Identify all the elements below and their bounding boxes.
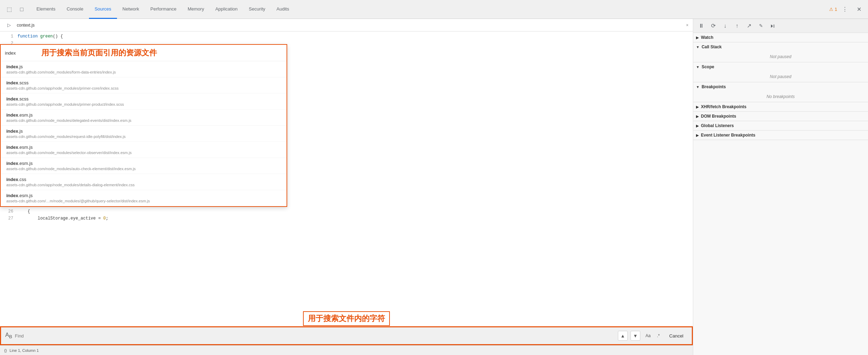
breakpoints-header[interactable]: ▼ Breakpoints xyxy=(693,82,868,91)
search-overlay: 用于搜索当前页面引用的资源文件 index.js assets-cdn.gith… xyxy=(0,44,287,207)
search-result-8[interactable]: index.esm.js assets-cdn.github.com/…m/no… xyxy=(1,190,287,206)
xhr-section: ▶ XHR/fetch Breakpoints xyxy=(693,102,868,112)
devtools-container: ⬚ □ Elements Console Sources Network Per… xyxy=(0,0,868,355)
more-options-btn[interactable]: ⋮ xyxy=(839,3,851,16)
dom-label: DOM Breakpoints xyxy=(701,114,736,119)
result-path-5: assets-cdn.github.com/node_modules/selec… xyxy=(6,151,281,155)
close-btn[interactable]: ✕ xyxy=(853,3,865,16)
file-tab-close-btn[interactable]: × xyxy=(684,22,690,28)
tab-console[interactable]: Console xyxy=(61,0,89,19)
global-listeners-section: ▶ Global Listeners xyxy=(693,121,868,131)
pause-btn[interactable]: ⏸ xyxy=(696,21,707,31)
callstack-header[interactable]: ▼ Call Stack xyxy=(693,42,868,51)
tab-sources[interactable]: Sources xyxy=(89,0,117,19)
scope-header[interactable]: ▼ Scope xyxy=(693,62,868,71)
result-path-4: assets-cdn.github.com/node_modules/reque… xyxy=(6,134,281,139)
tab-network[interactable]: Network xyxy=(117,0,145,19)
result-filename-2: index.scss xyxy=(6,96,281,102)
warning-icon: ⚠ xyxy=(829,7,833,12)
result-path-3: assets-cdn.github.com/node_modules/deleg… xyxy=(6,118,281,123)
find-next-btn[interactable]: ▼ xyxy=(631,331,640,341)
debug-toolbar: ⏸ ⟳ ↓ ↑ ↗ ✎ ⏯ xyxy=(693,19,868,33)
dom-header[interactable]: ▶ DOM Breakpoints xyxy=(693,112,868,121)
dom-arrow-icon: ▶ xyxy=(696,114,699,118)
step-into-btn[interactable]: ↓ xyxy=(720,21,730,31)
search-annotation: 用于搜索当前页面引用的资源文件 xyxy=(41,48,157,58)
tab-memory[interactable]: Memory xyxy=(182,0,210,19)
warning-badge: ⚠ 1 xyxy=(829,7,837,12)
status-bar: {} Line 1, Column 1 xyxy=(0,345,693,355)
xhr-arrow-icon: ▶ xyxy=(696,105,699,109)
find-input[interactable] xyxy=(15,333,615,339)
tab-security[interactable]: Security xyxy=(243,0,271,19)
breakpoints-content: No breakpoints xyxy=(693,91,868,102)
result-filename-3: index.esm.js xyxy=(6,112,281,118)
status-text: Line 1, Column 1 xyxy=(9,348,39,353)
tab-performance[interactable]: Performance xyxy=(145,0,182,19)
file-tab-name[interactable]: context.js xyxy=(17,23,683,28)
event-listener-header[interactable]: ▶ Event Listener Breakpoints xyxy=(693,131,868,140)
search-result-0[interactable]: index.js assets-cdn.github.com/node_modu… xyxy=(1,61,287,77)
find-cancel-btn[interactable]: Cancel xyxy=(665,332,688,340)
callstack-section: ▼ Call Stack Not paused xyxy=(693,42,868,62)
search-result-4[interactable]: index.js assets-cdn.github.com/node_modu… xyxy=(1,126,287,142)
find-options: Aa .* xyxy=(643,332,662,339)
top-toolbar: ⬚ □ Elements Console Sources Network Per… xyxy=(0,0,868,19)
search-result-7[interactable]: index.css assets-cdn.github.com/app/node… xyxy=(1,174,287,190)
search-result-5[interactable]: index.esm.js assets-cdn.github.com/node_… xyxy=(1,142,287,158)
result-filename-6: index.esm.js xyxy=(6,161,281,166)
editor-area: ▷ context.js × 1 function green() { 2 xyxy=(0,19,693,355)
scope-content: Not paused xyxy=(693,71,868,82)
search-result-3[interactable]: index.esm.js assets-cdn.github.com/node_… xyxy=(1,110,287,126)
back-icon-btn[interactable]: ⬚ xyxy=(3,3,15,16)
result-path-0: assets-cdn.github.com/node_modules/form-… xyxy=(6,70,281,74)
step-btn[interactable]: ↗ xyxy=(744,21,754,31)
breakpoints-arrow-icon: ▼ xyxy=(696,85,700,89)
xhr-header[interactable]: ▶ XHR/fetch Breakpoints xyxy=(693,102,868,111)
dom-section: ▶ DOM Breakpoints xyxy=(693,112,868,121)
search-result-2[interactable]: index.scss assets-cdn.github.com/app/nod… xyxy=(1,93,287,110)
watch-header[interactable]: ▶ Watch xyxy=(693,33,868,42)
regex-btn[interactable]: .* xyxy=(655,332,662,339)
global-listeners-header[interactable]: ▶ Global Listeners xyxy=(693,121,868,130)
editor-main: 1 function green() { 2 3 document.body.s… xyxy=(0,32,693,326)
step-over-btn[interactable]: ⟳ xyxy=(708,21,718,31)
result-filename-7: index.css xyxy=(6,177,281,182)
scope-label: Scope xyxy=(702,64,714,69)
tab-audits[interactable]: Audits xyxy=(271,0,295,19)
result-filename-8: index.esm.js xyxy=(6,193,281,198)
callstack-label: Call Stack xyxy=(702,44,722,49)
callstack-arrow-icon: ▼ xyxy=(696,45,700,49)
breakpoints-section: ▼ Breakpoints No breakpoints xyxy=(693,82,868,102)
async-btn[interactable]: ⏯ xyxy=(767,21,778,31)
result-filename-5: index.esm.js xyxy=(6,145,281,150)
match-case-btn[interactable]: Aa xyxy=(643,332,653,339)
tabs-row: Elements Console Sources Network Perform… xyxy=(31,0,829,19)
watch-arrow-icon: ▶ xyxy=(696,36,699,40)
scope-section: ▼ Scope Not paused xyxy=(693,62,868,82)
tab-application[interactable]: Application xyxy=(210,0,243,19)
search-result-6[interactable]: index.esm.js assets-cdn.github.com/node_… xyxy=(1,158,287,174)
xhr-label: XHR/fetch Breakpoints xyxy=(701,104,746,109)
tab-elements[interactable]: Elements xyxy=(31,0,61,19)
search-header: 用于搜索当前页面引用的资源文件 xyxy=(1,45,287,61)
right-panel: ⏸ ⟳ ↓ ↑ ↗ ✎ ⏯ ▶ Watch ▼ Call Stack xyxy=(693,19,868,355)
search-input[interactable] xyxy=(5,50,33,56)
result-filename-1: index.scss xyxy=(6,80,281,85)
result-path-1: assets-cdn.github.com/app/node_modules/p… xyxy=(6,86,281,90)
scope-arrow-icon: ▼ xyxy=(696,65,700,69)
result-filename-4: index.js xyxy=(6,128,281,134)
breakpoints-label: Breakpoints xyxy=(702,84,726,89)
code-line-26: 26 { xyxy=(0,208,693,215)
search-result-1[interactable]: index.scss assets-cdn.github.com/app/nod… xyxy=(1,77,287,93)
filesystem-icon-btn[interactable]: ▷ xyxy=(3,19,15,32)
step-out-btn[interactable]: ↑ xyxy=(732,21,742,31)
global-listeners-arrow-icon: ▶ xyxy=(696,124,699,128)
callstack-content: Not paused xyxy=(693,51,868,62)
global-listeners-label: Global Listeners xyxy=(701,123,734,128)
code-line-1: 1 function green() { xyxy=(0,33,693,40)
deactivate-btn[interactable]: ✎ xyxy=(756,21,766,31)
main-area: ▷ context.js × 1 function green() { 2 xyxy=(0,19,868,355)
dock-icon-btn[interactable]: □ xyxy=(15,3,28,16)
find-prev-btn[interactable]: ▲ xyxy=(618,331,628,341)
